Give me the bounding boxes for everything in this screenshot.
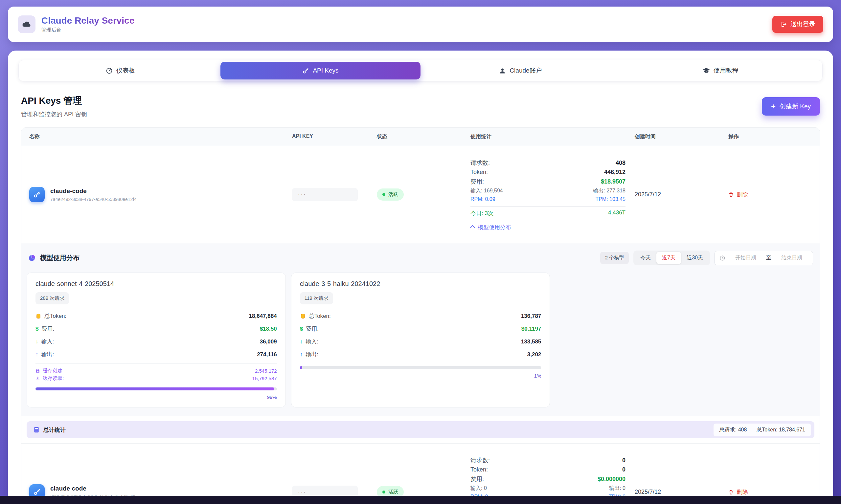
usage-percent: 99% xyxy=(35,394,277,400)
filter-7d-button[interactable]: 近7天 xyxy=(656,252,681,264)
date-start-input[interactable]: 开始日期 xyxy=(729,254,762,262)
arrow-up-icon: ↑ xyxy=(35,351,38,358)
trash-icon xyxy=(728,192,734,198)
page-title: API Keys 管理 xyxy=(21,94,87,107)
graduation-cap-icon xyxy=(703,67,710,74)
distribution-title: 模型使用分布 xyxy=(40,253,80,262)
model-name: claude-sonnet-4-20250514 xyxy=(35,280,277,288)
total-requests: 总请求: 408 xyxy=(719,427,747,433)
totals-bar: 总计统计 总请求: 408 总Token: 18,784,671 xyxy=(27,421,814,438)
page: Claude Relay Service 管理后台 退出登录 仪表板 xyxy=(0,0,841,504)
key-icon xyxy=(302,67,309,74)
logout-button[interactable]: 退出登录 xyxy=(772,16,823,33)
table-row: claude-code 7a4e2492-3c38-4797-a540-5539… xyxy=(21,146,820,243)
delete-button[interactable]: 删除 xyxy=(728,191,748,198)
date-range-picker[interactable]: 开始日期 至 结束日期 xyxy=(715,251,813,265)
cloud-logo-icon xyxy=(18,15,35,33)
model-request-count: 119 次请求 xyxy=(300,292,333,304)
col-header-created: 创建时间 xyxy=(635,133,728,140)
model-card: claude-sonnet-4-20250514 289 次请求 总Token:… xyxy=(27,272,286,408)
key-name: claude code xyxy=(50,485,135,492)
model-count-badge: 2 个模型 xyxy=(600,252,629,264)
download-icon xyxy=(35,376,40,381)
page-subtitle: 管理和监控您的 API 密钥 xyxy=(21,110,87,118)
usage-progress-bar xyxy=(35,388,277,390)
status-dot xyxy=(382,490,385,493)
status-dot xyxy=(382,193,385,196)
tab-claude-account[interactable]: Claude账户 xyxy=(421,62,620,79)
toggle-model-distribution[interactable]: 模型使用分布 xyxy=(470,223,626,231)
dollar-icon: $ xyxy=(300,326,303,332)
filter-30d-button[interactable]: 近30天 xyxy=(681,252,708,264)
col-header-stats: 使用统计 xyxy=(470,133,635,140)
clock-icon xyxy=(719,255,725,261)
gauge-icon xyxy=(106,67,113,74)
tab-dashboard[interactable]: 仪表板 xyxy=(20,62,221,79)
tab-tutorial[interactable]: 使用教程 xyxy=(620,62,821,79)
usage-percent: 1% xyxy=(300,373,541,379)
save-icon xyxy=(35,369,40,373)
app-subtitle: 管理后台 xyxy=(41,27,134,33)
logout-icon xyxy=(780,21,787,28)
usage-stats: 请求数:408 Token:446,912 费用:$18.9507 输入: 16… xyxy=(470,158,626,231)
model-distribution-panel: 模型使用分布 2 个模型 今天 近7天 近30天 xyxy=(21,243,820,416)
plus-icon: + xyxy=(771,103,776,110)
key-id: 7a4e2492-3c38-4797-a540-553980ee12f4 xyxy=(50,197,137,202)
created-date: 2025/7/12 xyxy=(635,489,728,496)
pie-chart-icon xyxy=(28,254,36,262)
dollar-icon: $ xyxy=(35,326,38,332)
date-filter-segmented: 今天 近7天 近30天 xyxy=(633,251,710,265)
created-date: 2025/7/12 xyxy=(635,191,728,198)
app-header: Claude Relay Service 管理后台 退出登录 xyxy=(8,6,833,42)
coins-icon xyxy=(300,313,306,319)
arrow-down-icon: ↓ xyxy=(300,339,303,345)
trash-icon xyxy=(728,489,734,495)
tab-api-keys[interactable]: API Keys xyxy=(221,62,421,79)
model-card: claude-3-5-haiku-20241022 119 次请求 总Token… xyxy=(291,272,550,408)
key-badge-icon xyxy=(29,187,45,202)
page-head: API Keys 管理 管理和监控您的 API 密钥 + 创建新 Key xyxy=(21,94,820,118)
status-badge: 活跃 xyxy=(377,188,404,201)
main-panel: 仪表板 API Keys Claude账户 使用教程 xyxy=(8,51,833,504)
api-key-masked-field[interactable]: ··· xyxy=(292,188,358,201)
user-icon xyxy=(499,67,506,74)
create-key-button[interactable]: + 创建新 Key xyxy=(762,97,820,115)
usage-progress-bar xyxy=(300,366,541,369)
page-bottom-strip xyxy=(0,496,841,504)
coins-icon xyxy=(35,313,41,319)
totals-values: 总请求: 408 总Token: 18,784,671 xyxy=(714,424,811,436)
delete-button[interactable]: 删除 xyxy=(728,488,748,496)
model-request-count: 289 次请求 xyxy=(35,292,69,304)
chevron-up-icon xyxy=(470,225,475,230)
arrow-down-icon: ↓ xyxy=(35,339,38,345)
table-header-row: 名称 API KEY 状态 使用统计 创建时间 操作 xyxy=(21,128,820,146)
arrow-up-icon: ↑ xyxy=(300,351,303,358)
brand: Claude Relay Service 管理后台 xyxy=(18,15,134,33)
date-end-input[interactable]: 结束日期 xyxy=(775,254,808,262)
app-title: Claude Relay Service xyxy=(41,15,134,26)
total-tokens: 总Token: 18,784,671 xyxy=(757,427,805,433)
nav-tabs: 仪表板 API Keys Claude账户 使用教程 xyxy=(18,60,823,82)
col-header-status: 状态 xyxy=(377,133,470,140)
table-row: claude code f398d8b8-7352-4a88-9a1f-6b1e… xyxy=(21,443,820,504)
col-header-api-key: API KEY xyxy=(292,133,377,140)
calculator-icon xyxy=(33,427,40,433)
api-keys-table: 名称 API KEY 状态 使用统计 创建时间 操作 claude-code 7… xyxy=(21,127,820,504)
model-name: claude-3-5-haiku-20241022 xyxy=(300,280,541,288)
key-name: claude-code xyxy=(50,187,137,195)
col-header-actions: 操作 xyxy=(728,133,812,140)
col-header-name: 名称 xyxy=(29,133,292,140)
filter-today-button[interactable]: 今天 xyxy=(635,252,656,264)
